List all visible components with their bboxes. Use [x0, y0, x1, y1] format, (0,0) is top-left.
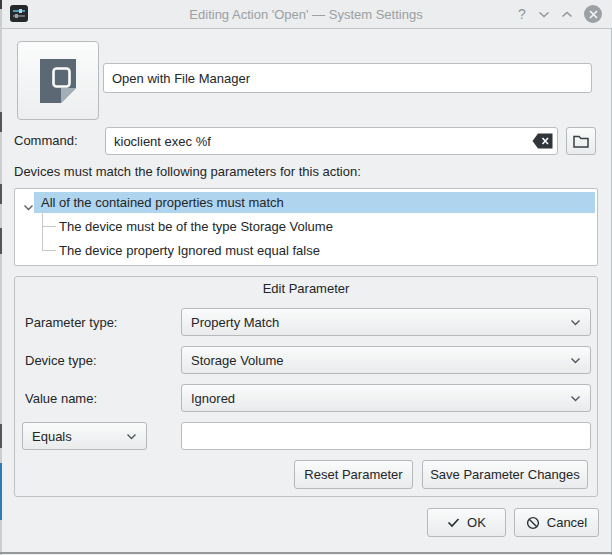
- value-name-select[interactable]: Ignored: [181, 384, 591, 412]
- minimize-button[interactable]: [535, 6, 553, 22]
- check-icon: [447, 517, 460, 528]
- close-icon: [589, 10, 598, 19]
- chevron-down-icon: [570, 319, 581, 326]
- save-parameter-button[interactable]: Save Parameter Changes: [422, 460, 588, 489]
- chevron-down-icon: [126, 433, 137, 440]
- parameter-value-input[interactable]: [181, 422, 591, 450]
- parameters-tree[interactable]: All of the contained properties must mat…: [14, 188, 598, 266]
- document-icon: [40, 59, 76, 103]
- cancel-icon: [526, 516, 540, 530]
- command-label: Command:: [14, 133, 78, 148]
- maximize-button[interactable]: [558, 6, 576, 22]
- system-settings-icon[interactable]: [10, 5, 28, 22]
- ok-button[interactable]: OK: [427, 508, 506, 537]
- expand-chevron-icon[interactable]: [23, 197, 34, 215]
- tree-item-device-type[interactable]: The device must be of the type Storage V…: [59, 216, 595, 237]
- action-icon-button[interactable]: [17, 41, 99, 120]
- cancel-button[interactable]: Cancel: [514, 508, 599, 537]
- tree-item-property[interactable]: The device property Ignored must equal f…: [59, 240, 595, 261]
- chevron-up-icon: [561, 11, 573, 18]
- device-type-label: Device type:: [25, 353, 97, 368]
- window-bottom-edge: [0, 552, 612, 554]
- help-button[interactable]: ?: [513, 6, 531, 22]
- tree-item-root[interactable]: All of the contained properties must mat…: [34, 192, 595, 213]
- operator-select[interactable]: Equals: [22, 422, 147, 450]
- parameter-type-label: Parameter type:: [25, 315, 118, 330]
- clear-text-icon[interactable]: [532, 133, 553, 149]
- value-name-label: Value name:: [25, 391, 97, 406]
- close-button[interactable]: [584, 5, 602, 23]
- chevron-down-icon: [570, 357, 581, 364]
- edit-action-dialog: Editing Action 'Open' — System Settings …: [0, 0, 612, 555]
- devices-caption: Devices must match the following paramet…: [14, 164, 361, 179]
- device-type-select[interactable]: Storage Volume: [181, 346, 591, 374]
- action-name-input[interactable]: [103, 63, 592, 93]
- reset-parameter-button[interactable]: Reset Parameter: [294, 460, 413, 489]
- parameter-type-select[interactable]: Property Match: [181, 308, 591, 336]
- folder-icon: [573, 135, 589, 148]
- chevron-down-icon: [570, 395, 581, 402]
- group-title: Edit Parameter: [14, 281, 598, 296]
- chevron-down-icon: [538, 11, 550, 18]
- browse-file-button[interactable]: [566, 127, 596, 155]
- command-input[interactable]: [105, 127, 558, 155]
